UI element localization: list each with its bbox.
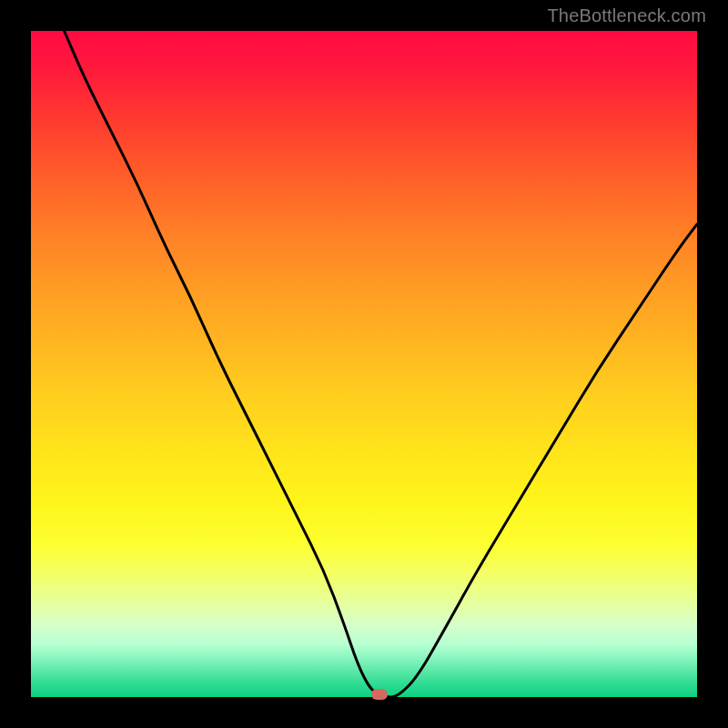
chart-frame: TheBottleneck.com — [0, 0, 728, 728]
bottleneck-curve — [31, 31, 697, 697]
plot-area — [31, 31, 697, 697]
watermark-text: TheBottleneck.com — [547, 5, 706, 26]
optimum-marker — [371, 689, 388, 700]
